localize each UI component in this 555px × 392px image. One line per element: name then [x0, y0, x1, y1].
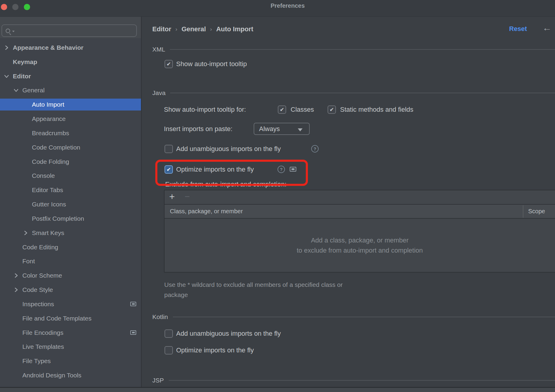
sidebar-item-code-style[interactable]: Code Style [0, 284, 141, 296]
sidebar-item-console[interactable]: Console [0, 170, 141, 182]
remove-exclusion-button: − [184, 191, 191, 202]
sidebar-item-appearance-behavior[interactable]: Appearance & Behavior [0, 42, 141, 54]
zoom-window-button[interactable] [24, 4, 30, 10]
chevron-right-icon[interactable] [4, 45, 10, 51]
section-xml: XML [152, 46, 555, 53]
java-classes-checkbox[interactable] [278, 105, 286, 114]
java-section-title: Java [152, 89, 165, 97]
sidebar-item-breadcrumbs[interactable]: Breadcrumbs [0, 127, 141, 139]
column-class-package[interactable]: Class, package, or member [165, 208, 523, 215]
exclude-table-toolbar [164, 190, 555, 204]
sidebar-item-label: Breadcrumbs [32, 130, 69, 137]
sidebar-item-editor-tabs[interactable]: Editor Tabs [0, 184, 141, 196]
chevron-right-icon[interactable] [13, 273, 19, 279]
section-rule [173, 317, 555, 317]
chevron-right-icon[interactable] [23, 230, 29, 236]
sidebar-item-label: Code Folding [32, 158, 69, 165]
sidebar-item-inspections[interactable]: Inspections [0, 298, 141, 310]
sidebar-item-gutter-icons[interactable]: Gutter Icons [0, 198, 141, 210]
sidebar-item-label: File Encodings [22, 329, 63, 336]
reset-button[interactable]: Reset [509, 25, 533, 33]
chevron-right-icon[interactable] [13, 287, 19, 293]
sidebar-item-code-editing[interactable]: Code Editing [0, 241, 141, 253]
sidebar-item-label: Inspections [22, 301, 54, 308]
chevron-down-icon [298, 128, 303, 131]
java-exclude-label: Exclude from auto-import and completion: [165, 181, 286, 188]
preferences-window: Preferences Appearance & BehaviorKeymapE… [0, 0, 555, 392]
sidebar-item-label: Appearance & Behavior [13, 44, 83, 51]
window-title: Preferences [244, 2, 331, 9]
sidebar-item-label: Gutter Icons [32, 201, 66, 208]
help-icon[interactable]: ? [311, 145, 319, 153]
sidebar-item-label: Keymap [13, 58, 37, 66]
sidebar-item-label: General [22, 87, 45, 94]
sidebar-item-smart-keys[interactable]: Smart Keys [0, 227, 141, 239]
sidebar-item-file-encodings[interactable]: File Encodings [0, 327, 141, 339]
kotlin-optimize-imports-checkbox[interactable] [165, 346, 173, 354]
xml-show-tooltip-label: Show auto-import tooltip [176, 60, 247, 68]
sidebar-item-code-folding[interactable]: Code Folding [0, 156, 141, 168]
wildcard-note-line1: Use the * wildcard to exclude all member… [164, 281, 343, 288]
section-java: Java [152, 89, 555, 97]
search-input[interactable] [1, 24, 137, 37]
sidebar-item-appearance[interactable]: Appearance [0, 113, 141, 125]
back-arrow-icon[interactable]: ← [542, 23, 552, 33]
add-exclusion-button[interactable]: + [168, 191, 176, 202]
sidebar-item-label: Code Style [22, 286, 53, 293]
screen-icon [290, 167, 296, 172]
java-optimize-imports-checkbox[interactable] [165, 165, 173, 174]
chevron-down-icon[interactable] [4, 73, 10, 79]
java-static-methods-checkbox[interactable] [328, 105, 336, 114]
insert-imports-dropdown[interactable]: Always [254, 123, 310, 135]
sidebar-divider [141, 17, 142, 392]
breadcrumb-editor[interactable]: Editor [152, 25, 171, 33]
sidebar-item-general[interactable]: General [0, 84, 141, 96]
screen-icon [130, 302, 136, 306]
sidebar-item-label: File and Code Templates [22, 315, 92, 322]
java-add-unambiguous-checkbox[interactable] [165, 145, 173, 153]
breadcrumb-general[interactable]: General [182, 25, 206, 33]
sidebar-tree: Appearance & BehaviorKeymapEditorGeneral… [0, 38, 141, 392]
section-kotlin: Kotlin [152, 313, 555, 321]
sidebar-item-label: Code Completion [32, 144, 80, 151]
close-window-button[interactable] [1, 4, 7, 10]
chevron-down-icon[interactable] [13, 87, 19, 93]
java-classes-label: Classes [291, 106, 314, 113]
sidebar-item-label: Smart Keys [32, 229, 64, 237]
xml-show-tooltip-checkbox[interactable] [165, 60, 173, 68]
sidebar-item-color-scheme[interactable]: Color Scheme [0, 270, 141, 281]
sidebar-item-font[interactable]: Font [0, 255, 141, 267]
sidebar-item-label: Live Templates [22, 343, 64, 350]
java-add-unambiguous-label: Add unambiguous imports on the fly [176, 145, 281, 153]
sidebar-item-auto-import[interactable]: Auto Import [0, 99, 141, 111]
exclude-table-body[interactable]: Add a class, package, or member to exclu… [164, 219, 555, 273]
sidebar-item-label: Console [32, 172, 55, 179]
sidebar-item-editor[interactable]: Editor [0, 70, 141, 82]
sidebar-item-label: Editor Tabs [32, 186, 63, 194]
sidebar-item-keymap[interactable]: Keymap [0, 56, 141, 68]
java-tooltip-for-label: Show auto-import tooltip for: [164, 106, 246, 113]
exclude-table-empty-line1: Add a class, package, or member [311, 237, 409, 244]
sidebar-item-label: Appearance [32, 115, 66, 122]
sidebar-item-postfix-completion[interactable]: Postfix Completion [0, 213, 141, 225]
sidebar-item-android-design-tools[interactable]: Android Design Tools [0, 369, 141, 381]
insert-imports-dropdown-value: Always [259, 125, 280, 133]
sidebar-item-live-templates[interactable]: Live Templates [0, 341, 141, 353]
sidebar-item-label: Editor [13, 73, 31, 80]
sidebar-item-code-completion[interactable]: Code Completion [0, 141, 141, 153]
sidebar-search-panel [0, 17, 141, 38]
exclude-table-empty-line2: to exclude from auto-import and completi… [297, 247, 423, 254]
help-icon[interactable]: ? [278, 166, 285, 173]
section-rule [170, 93, 555, 93]
exclude-table-header: Class, package, or member Scope [164, 204, 555, 219]
minimize-window-button[interactable] [12, 4, 18, 10]
breadcrumb: Editor › General › Auto Import [152, 25, 253, 33]
sidebar-item-file-types[interactable]: File Types [0, 355, 141, 367]
jsp-section-title: JSP [152, 377, 164, 384]
sidebar-item-file-and-code-templates[interactable]: File and Code Templates [0, 312, 141, 324]
section-rule [170, 49, 555, 50]
sidebar-item-label: Postfix Completion [32, 215, 84, 222]
kotlin-add-unambiguous-checkbox[interactable] [165, 329, 173, 338]
column-scope[interactable]: Scope [523, 208, 555, 215]
sidebar-item-label: Color Scheme [22, 272, 62, 279]
